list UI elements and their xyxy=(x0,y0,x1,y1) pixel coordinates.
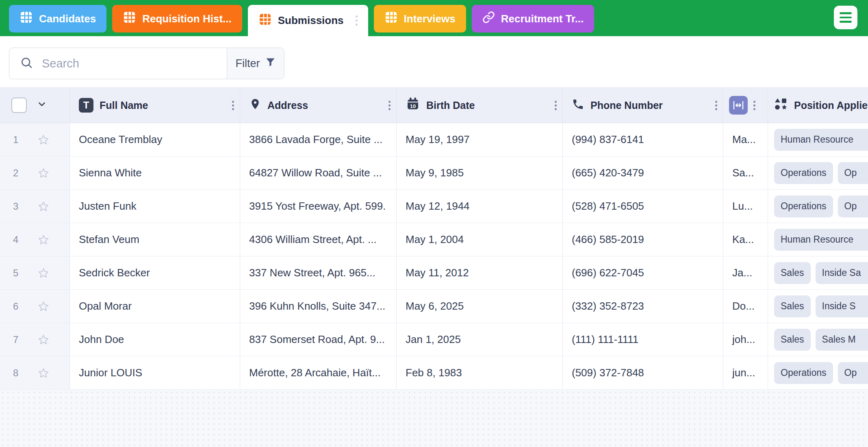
star-icon[interactable] xyxy=(37,334,50,346)
column-label: Birth Date xyxy=(426,100,475,111)
cell-position-applied[interactable]: Sales Inside Sa xyxy=(768,256,868,290)
star-icon[interactable] xyxy=(37,300,50,312)
tab-candidates[interactable]: Candidates xyxy=(9,5,106,33)
tab-bar: Candidates Requisition Hist... Submissio… xyxy=(0,0,868,36)
cell-position-applied[interactable]: Operations Op xyxy=(768,356,868,390)
star-icon[interactable] xyxy=(37,267,50,279)
column-header-full-name[interactable]: T Full Name xyxy=(70,87,240,123)
row-handle: 7 xyxy=(0,323,70,356)
cell-position-applied[interactable]: Sales Inside S xyxy=(768,290,868,323)
cell-phone[interactable]: (332) 352-8723 xyxy=(563,290,723,323)
search-box xyxy=(9,48,227,79)
column-label: Position Applied xyxy=(794,100,868,111)
tab-label: Requisition Hist... xyxy=(142,13,232,25)
star-icon[interactable] xyxy=(37,367,50,379)
cell-address[interactable]: 3866 Lavada Forge, Suite ... xyxy=(240,123,397,156)
row-handle: 4 xyxy=(0,223,70,256)
column-label: Address xyxy=(267,100,308,111)
cell-phone[interactable]: (509) 372-7848 xyxy=(563,356,723,390)
row-number: 7 xyxy=(13,334,23,345)
cell-full-name[interactable]: Oceane Tremblay xyxy=(70,123,240,156)
filter-button[interactable]: Filter xyxy=(227,48,284,79)
cell-birth-date[interactable]: May 6, 2025 xyxy=(397,290,563,323)
app-window: Candidates Requisition Hist... Submissio… xyxy=(0,0,868,447)
cell-position-applied[interactable]: Human Resource xyxy=(768,123,868,156)
cell-birth-date[interactable]: May 1, 2004 xyxy=(397,223,563,256)
cell-collapsed[interactable]: Ma... xyxy=(723,123,768,156)
tab-recruitment-tracker[interactable]: Recruitment Tr... xyxy=(472,5,595,33)
cell-birth-date[interactable]: Feb 8, 1983 xyxy=(397,356,563,390)
tab-menu-kebab-icon[interactable] xyxy=(356,15,358,26)
cell-phone[interactable]: (111) 111-1111 xyxy=(563,323,723,356)
link-icon xyxy=(482,11,495,26)
cell-phone[interactable]: (528) 471-6505 xyxy=(563,190,723,223)
cell-position-applied[interactable]: Human Resource xyxy=(768,223,868,256)
tab-requisition-history[interactable]: Requisition Hist... xyxy=(112,5,242,33)
cell-collapsed[interactable]: Ja... xyxy=(723,256,768,290)
cell-position-applied[interactable]: Sales Sales M xyxy=(768,323,868,356)
cell-full-name[interactable]: Sienna White xyxy=(70,156,240,190)
filter-label: Filter xyxy=(236,57,260,70)
view-tabs: Candidates Requisition Hist... Submissio… xyxy=(9,5,594,36)
tag-pill: Op xyxy=(838,162,868,184)
tab-submissions[interactable]: Submissions xyxy=(248,5,368,36)
cell-collapsed[interactable]: Do... xyxy=(723,290,768,323)
column-header-birth-date[interactable]: 10 Birth Date xyxy=(397,87,563,123)
tag-pill: Sales xyxy=(774,295,811,317)
cell-position-applied[interactable]: Operations Op xyxy=(768,190,868,223)
cell-full-name[interactable]: Opal Morar xyxy=(70,290,240,323)
star-icon[interactable] xyxy=(37,200,50,213)
tag-pill: Inside S xyxy=(816,295,868,317)
phone-icon xyxy=(572,98,584,113)
row-number: 4 xyxy=(13,234,23,245)
cell-birth-date[interactable]: May 12, 1944 xyxy=(397,190,563,223)
cell-phone[interactable]: (696) 622-7045 xyxy=(563,256,723,290)
column-header-position-applied[interactable]: Position Applied xyxy=(768,87,868,123)
tab-interviews[interactable]: Interviews xyxy=(374,5,466,33)
row-number: 3 xyxy=(13,201,23,212)
hamburger-menu-button[interactable] xyxy=(834,6,857,29)
cell-birth-date[interactable]: Jan 1, 2025 xyxy=(397,323,563,356)
cell-full-name[interactable]: Stefan Veum xyxy=(70,223,240,256)
cell-collapsed[interactable]: joh... xyxy=(723,323,768,356)
column-menu-kebab-icon[interactable] xyxy=(715,101,717,110)
cell-phone[interactable]: (466) 585-2019 xyxy=(563,223,723,256)
star-icon[interactable] xyxy=(37,134,50,146)
tag-pill: Human Resource xyxy=(774,129,868,151)
cell-full-name[interactable]: Junior LOUIS xyxy=(70,356,240,390)
cell-address[interactable]: 3915 Yost Freeway, Apt. 599. xyxy=(240,190,397,223)
search-input[interactable] xyxy=(41,56,227,71)
column-header-address[interactable]: Address xyxy=(240,87,397,123)
cell-birth-date[interactable]: May 19, 1997 xyxy=(397,123,563,156)
cell-full-name[interactable]: Sedrick Becker xyxy=(70,256,240,290)
column-menu-kebab-icon[interactable] xyxy=(388,101,391,110)
cell-phone[interactable]: (665) 420-3479 xyxy=(563,156,723,190)
cell-address[interactable]: 337 New Street, Apt. 965... xyxy=(240,256,397,290)
cell-birth-date[interactable]: May 11, 2012 xyxy=(397,256,563,290)
cell-collapsed[interactable]: Sa... xyxy=(723,156,768,190)
cell-address[interactable]: 396 Kuhn Knolls, Suite 347... xyxy=(240,290,397,323)
column-header-collapsed[interactable] xyxy=(723,87,768,123)
cell-phone[interactable]: (994) 837-6141 xyxy=(563,123,723,156)
select-all-checkbox[interactable] xyxy=(11,98,27,113)
star-icon[interactable] xyxy=(37,167,50,179)
cell-address[interactable]: 4306 William Street, Apt. ... xyxy=(240,223,397,256)
row-handle: 6 xyxy=(0,290,70,323)
cell-birth-date[interactable]: May 9, 1985 xyxy=(397,156,563,190)
column-menu-kebab-icon[interactable] xyxy=(753,101,755,110)
cell-collapsed[interactable]: jun... xyxy=(723,356,768,390)
cell-collapsed[interactable]: Lu... xyxy=(723,190,768,223)
cell-position-applied[interactable]: Operations Op xyxy=(768,156,868,190)
column-menu-kebab-icon[interactable] xyxy=(232,101,234,110)
column-menu-kebab-icon[interactable] xyxy=(555,101,557,110)
star-icon[interactable] xyxy=(37,234,50,246)
chevron-down-icon[interactable] xyxy=(37,99,47,112)
column-header-phone-number[interactable]: Phone Number xyxy=(563,87,723,123)
cell-address[interactable]: 837 Somerset Road, Apt. 9... xyxy=(240,323,397,356)
cell-address[interactable]: Mérotte, 28 Arcahaie, Haït... xyxy=(240,356,397,390)
cell-full-name[interactable]: Justen Funk xyxy=(70,190,240,223)
expand-column-icon[interactable] xyxy=(729,96,748,115)
cell-address[interactable]: 64827 Willow Road, Suite ... xyxy=(240,156,397,190)
cell-collapsed[interactable]: Ka... xyxy=(723,223,768,256)
cell-full-name[interactable]: John Doe xyxy=(70,323,240,356)
